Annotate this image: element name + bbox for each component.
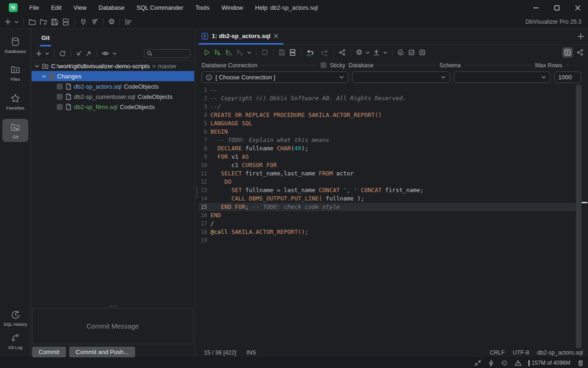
view-options-eye-icon[interactable] xyxy=(102,50,109,57)
checkbox-cross-icon[interactable] xyxy=(418,49,426,56)
git-refresh-icon[interactable] xyxy=(59,50,66,57)
changes-checkbox[interactable] xyxy=(49,73,55,79)
save-icon[interactable] xyxy=(51,18,59,26)
sticky-checkbox[interactable] xyxy=(320,62,327,68)
file-checkbox[interactable] xyxy=(57,104,63,110)
code-line[interactable]: 15 END FOR; -- TODO: check code style xyxy=(199,203,576,211)
previous-sql-icon[interactable]: SQL xyxy=(306,49,316,57)
git-search-input[interactable] xyxy=(154,50,187,57)
editor-settings-gear-icon[interactable]: ⚙ xyxy=(356,49,362,56)
next-sql-icon[interactable]: SQL xyxy=(319,49,329,57)
new-tab-chevron-icon[interactable] xyxy=(14,20,19,24)
code-line[interactable]: 9 FOR v1 AS xyxy=(199,153,576,161)
save-all-icon[interactable] xyxy=(62,18,70,26)
sidebar-item-databases[interactable]: Databases xyxy=(2,33,28,57)
code-line[interactable]: 8 DECLARE fullname CHAR(40); xyxy=(199,144,576,153)
new-tab-button[interactable] xyxy=(5,19,11,25)
editor-scrollbar[interactable] xyxy=(576,85,581,348)
git-splitter-handle[interactable] xyxy=(32,304,195,308)
code-line[interactable]: 6BEGIN xyxy=(199,128,576,136)
code-line[interactable]: 19 xyxy=(199,236,576,245)
commit-button[interactable]: Commit xyxy=(32,347,66,357)
code-line[interactable]: 11 SELECT first_name,last_name FROM acto… xyxy=(199,169,576,178)
editor-save-icon[interactable] xyxy=(278,49,286,56)
settings-gear-icon[interactable]: ⚙ xyxy=(108,18,115,26)
connection-select[interactable]: [ Choose Connection ] xyxy=(202,71,348,83)
changes-tree-row[interactable]: Changes xyxy=(32,71,194,81)
memory-indicator[interactable]: 157M of 4096M xyxy=(529,360,570,366)
editor-tab-active[interactable]: 1: db2-sp_actors.sql xyxy=(199,29,283,45)
execute-options-chevron-icon[interactable] xyxy=(247,51,251,55)
sidebar-item-git[interactable]: Git xyxy=(2,119,28,142)
editor-save-all-icon[interactable] xyxy=(289,49,296,56)
code-line[interactable]: 13 SET fullname = last_name CONCAT ', ' … xyxy=(199,186,576,194)
git-panel-tab[interactable]: Git xyxy=(40,32,51,46)
menu-sql-commander[interactable]: SQL Commander xyxy=(131,4,189,11)
code-line[interactable]: 14 CALL DBMS_OUTPUT.PUT_LINE( fullname )… xyxy=(199,194,576,203)
execution-plan-icon[interactable] xyxy=(339,49,346,56)
execute-button[interactable] xyxy=(203,49,210,56)
sql-code-editor[interactable]: 1--2-- Copyright (c) DbVis Software AB. … xyxy=(199,85,576,348)
panel-splitter[interactable] xyxy=(196,29,199,357)
spinner-icon[interactable] xyxy=(501,360,508,366)
variables-share-icon[interactable] xyxy=(576,49,584,56)
lightning-icon[interactable] xyxy=(488,360,494,367)
connect-icon[interactable] xyxy=(79,18,87,26)
code-line[interactable]: 18@call SAKILA.ACTOR_REPORT(); xyxy=(199,228,576,236)
code-line[interactable]: 5LANGUAGE SQL xyxy=(199,119,576,128)
code-line[interactable]: 3--/ xyxy=(199,103,576,111)
trash-icon[interactable] xyxy=(577,360,584,367)
sort-bars-icon[interactable] xyxy=(124,18,132,26)
code-line[interactable]: 17/ xyxy=(199,220,576,228)
commit-check-icon[interactable] xyxy=(397,49,405,56)
git-add-chevron-icon[interactable] xyxy=(45,52,49,56)
file-checkbox[interactable] xyxy=(57,94,63,100)
code-line[interactable]: 16END xyxy=(199,211,576,220)
sidebar-item-sql-history[interactable]: SQL History xyxy=(2,306,28,329)
load-script-icon[interactable] xyxy=(373,49,380,56)
checkbox-check-icon[interactable] xyxy=(408,49,415,56)
code-line[interactable]: 12 DO xyxy=(199,178,576,186)
menu-window[interactable]: Window xyxy=(216,4,249,11)
disconnect-icon[interactable] xyxy=(91,18,98,26)
commit-message-input[interactable]: Commit Message xyxy=(32,308,193,344)
git-file-row[interactable]: db2-sp_currentuser.sqlCodeObjects xyxy=(32,91,194,102)
execute-current-button[interactable] xyxy=(214,49,222,56)
code-line[interactable]: 1-- xyxy=(199,86,576,94)
git-add-button[interactable] xyxy=(36,51,42,57)
git-file-row[interactable]: db2-sp_actors.sqlCodeObjects xyxy=(32,81,194,91)
open-recent-icon[interactable] xyxy=(39,18,47,26)
chevron-expanded-icon[interactable] xyxy=(41,74,46,79)
database-select[interactable] xyxy=(352,71,450,83)
menu-tools[interactable]: Tools xyxy=(189,4,216,11)
code-line[interactable]: 4CREATE OR REPLACE PROCEDURE SAKILA.ACTO… xyxy=(199,111,576,119)
menu-file[interactable]: File xyxy=(23,4,45,11)
commit-and-push-button[interactable]: Commit and Push... xyxy=(69,347,135,357)
schema-select[interactable] xyxy=(454,71,550,83)
code-line[interactable]: 7 -- TODO: Explain what this means xyxy=(199,136,576,144)
view-options-chevron-icon[interactable] xyxy=(112,52,117,56)
add-editor-tab-button[interactable] xyxy=(577,33,584,40)
menu-edit[interactable]: Edit xyxy=(45,4,67,11)
file-checkbox[interactable] xyxy=(57,84,63,90)
close-button[interactable] xyxy=(567,0,588,15)
warning-triangle-icon[interactable] xyxy=(515,360,522,366)
code-line[interactable]: 2-- Copyright (c) DbVis Software AB. All… xyxy=(199,94,576,103)
git-push-icon[interactable] xyxy=(85,50,92,57)
menu-database[interactable]: Database xyxy=(92,4,131,11)
load-chevron-icon[interactable] xyxy=(383,51,387,55)
chevron-expanded-icon[interactable] xyxy=(34,64,39,69)
right-panel-grip[interactable] xyxy=(581,202,588,203)
sidebar-item-git-log[interactable]: Git Log xyxy=(2,329,28,353)
menu-view[interactable]: View xyxy=(67,4,92,11)
stop-button[interactable] xyxy=(261,49,268,56)
git-pull-icon[interactable] xyxy=(76,50,82,57)
execute-buffer-button[interactable] xyxy=(225,49,233,56)
max-rows-input[interactable] xyxy=(554,71,581,83)
git-file-row[interactable]: db2-sp_films.sqlCodeObjects xyxy=(32,102,194,112)
tab-close-icon[interactable] xyxy=(274,33,279,39)
execute-explain-button[interactable] xyxy=(236,49,244,56)
settings-chevron-icon[interactable] xyxy=(366,51,370,55)
collapse-arrows-icon[interactable] xyxy=(475,360,481,366)
toggle-editor-panel-button[interactable] xyxy=(562,47,573,58)
